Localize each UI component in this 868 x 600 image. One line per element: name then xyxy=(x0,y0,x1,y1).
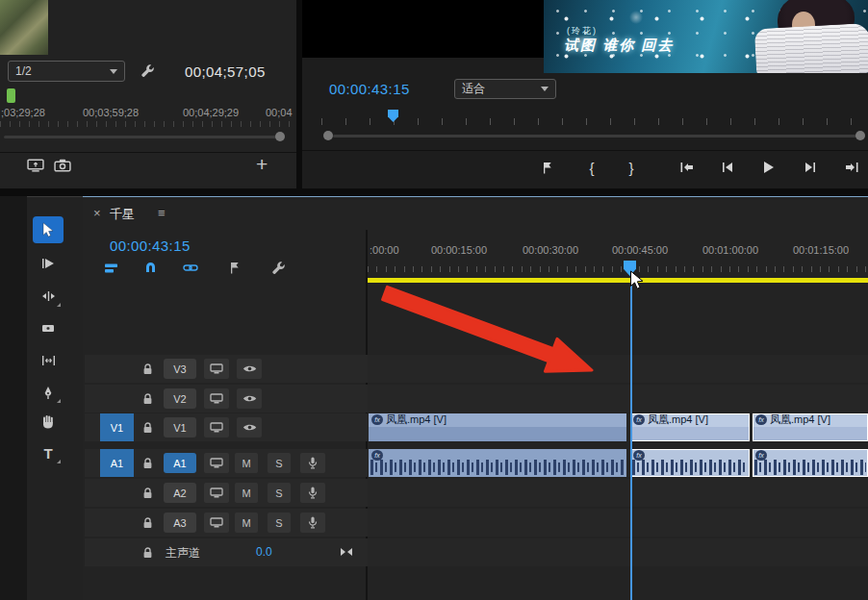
sync-lock-icon[interactable] xyxy=(204,512,229,533)
selection-tool-button[interactable] xyxy=(33,216,64,243)
ruler-label: 00:01:15:00 xyxy=(793,244,849,256)
go-to-out-button[interactable] xyxy=(839,156,864,179)
program-zoom-handle-right[interactable] xyxy=(855,131,865,140)
fx-badge: fx xyxy=(633,414,645,425)
track-content-a3[interactable] xyxy=(368,509,868,537)
ruler-label: 00:01:00:00 xyxy=(702,244,758,256)
lock-icon[interactable] xyxy=(142,516,153,534)
play-button[interactable] xyxy=(755,156,780,179)
program-video-letterbox xyxy=(302,0,544,58)
master-gain-value[interactable]: 0.0 xyxy=(256,545,272,559)
lock-icon[interactable] xyxy=(142,421,153,438)
type-tool-button[interactable]: T xyxy=(33,439,64,466)
track-header-master: 主声道 0.0 xyxy=(85,538,368,566)
track-name-button[interactable]: V2 xyxy=(164,388,196,409)
go-to-in-button[interactable] xyxy=(674,156,699,179)
sync-lock-icon[interactable] xyxy=(204,453,229,473)
voiceover-mic-icon[interactable] xyxy=(300,512,325,533)
video-clip-selected[interactable]: fx凤凰.mp4 [V] xyxy=(753,413,868,441)
source-settings-wrench-icon[interactable] xyxy=(140,64,155,79)
lock-icon[interactable] xyxy=(142,487,153,504)
solo-button[interactable]: S xyxy=(268,453,291,473)
solo-button[interactable]: S xyxy=(268,483,291,503)
pen-tool-button[interactable] xyxy=(33,379,64,406)
source-patch-v1[interactable]: V1 xyxy=(100,413,134,441)
solo-button[interactable]: S xyxy=(268,512,291,533)
export-settings-icon[interactable] xyxy=(27,158,44,172)
export-frame-camera-icon[interactable] xyxy=(54,159,71,172)
tab-close-icon[interactable]: × xyxy=(93,206,101,220)
track-name-button[interactable]: A3 xyxy=(164,512,196,533)
track-header-a3: A3 M S xyxy=(85,509,368,537)
divider xyxy=(0,152,296,153)
add-marker-button[interactable] xyxy=(535,156,560,179)
keyframe-navigator-icon[interactable] xyxy=(339,546,354,558)
step-forward-button[interactable] xyxy=(798,156,823,179)
zoom-fit-dropdown[interactable]: 适合 xyxy=(454,79,556,99)
audio-clip[interactable]: fx xyxy=(369,449,626,477)
ripple-edit-tool-button[interactable] xyxy=(33,283,64,310)
mute-button[interactable]: M xyxy=(235,512,258,533)
voiceover-mic-icon[interactable] xyxy=(300,453,325,473)
mute-button[interactable]: M xyxy=(235,453,258,473)
track-output-eye-icon[interactable] xyxy=(237,388,262,409)
track-content-a2[interactable] xyxy=(368,479,868,507)
add-marker-icon[interactable] xyxy=(229,262,241,274)
audio-waveform xyxy=(370,460,625,475)
track-name-button[interactable]: A1 xyxy=(164,453,196,473)
panel-menu-icon[interactable]: ≡ xyxy=(158,206,166,220)
clip-marker-green[interactable] xyxy=(7,88,15,103)
voiceover-mic-icon[interactable] xyxy=(300,483,325,503)
slip-tool-button[interactable] xyxy=(33,347,64,374)
audio-clip-selected[interactable]: fx xyxy=(630,449,750,477)
snap-icon[interactable] xyxy=(144,262,157,274)
track-header-v1: V1 V1 xyxy=(85,413,368,441)
timeline-settings-wrench-icon[interactable] xyxy=(271,262,286,276)
mark-in-button[interactable]: { xyxy=(579,156,604,179)
audio-waveform xyxy=(632,460,748,475)
source-patch-a1[interactable]: A1 xyxy=(100,449,134,477)
add-button[interactable]: + xyxy=(256,153,268,176)
linked-selection-icon[interactable] xyxy=(183,263,198,272)
program-zoom-handle-left[interactable] xyxy=(323,131,333,140)
razor-tool-button[interactable] xyxy=(33,314,64,341)
source-ruler-label: ;03;29;28 xyxy=(1,107,45,118)
step-back-button[interactable] xyxy=(715,156,740,179)
source-zoom-scrollbar[interactable] xyxy=(4,136,283,138)
timeline-ruler-ticks[interactable] xyxy=(368,266,868,272)
program-monitor-panel: (玲花) 试图 谁你 回去 00:00:43:15 适合 { } xyxy=(302,0,868,188)
lock-icon[interactable] xyxy=(142,392,153,410)
video-clip[interactable]: fx凤凰.mp4 [V] xyxy=(369,413,626,441)
timeline-timecode: 00:00:43:15 xyxy=(110,238,191,254)
track-name-button[interactable]: V1 xyxy=(164,417,196,438)
lock-icon[interactable] xyxy=(142,362,153,380)
track-name-button[interactable]: V3 xyxy=(164,359,196,379)
video-clip-selected[interactable]: fx凤凰.mp4 [V] xyxy=(630,413,750,441)
nest-sequences-icon[interactable] xyxy=(104,262,118,274)
source-ruler-label: 00;04 xyxy=(266,107,293,118)
clip-label: 凤凰.mp4 [V] xyxy=(648,413,708,427)
track-content-v2[interactable] xyxy=(368,385,868,412)
program-mini-ruler[interactable] xyxy=(321,110,866,125)
audio-clip-selected[interactable]: fx xyxy=(753,449,868,477)
track-output-eye-icon[interactable] xyxy=(237,359,262,379)
source-ruler-ticks[interactable] xyxy=(0,121,291,127)
lock-icon[interactable] xyxy=(142,457,153,474)
timeline-tab-title[interactable]: 千星 xyxy=(110,206,135,223)
lock-icon[interactable] xyxy=(142,546,153,563)
hand-tool-button[interactable] xyxy=(33,408,64,435)
program-zoom-scrollbar[interactable] xyxy=(333,135,856,138)
source-zoom-handle[interactable] xyxy=(275,132,285,141)
sync-lock-icon[interactable] xyxy=(204,483,229,503)
sync-lock-icon[interactable] xyxy=(204,388,229,409)
track-select-forward-tool-button[interactable] xyxy=(33,250,64,277)
source-page-dropdown[interactable]: 1/2 xyxy=(8,61,125,82)
mark-out-button[interactable]: } xyxy=(619,156,644,179)
track-name-button[interactable]: A2 xyxy=(164,483,196,503)
track-content-master[interactable] xyxy=(368,538,868,566)
mute-button[interactable]: M xyxy=(235,483,258,503)
sync-lock-icon[interactable] xyxy=(204,417,229,438)
panel-divider-horizontal[interactable] xyxy=(0,188,868,196)
track-output-eye-icon[interactable] xyxy=(237,417,262,438)
sync-lock-icon[interactable] xyxy=(204,359,229,379)
